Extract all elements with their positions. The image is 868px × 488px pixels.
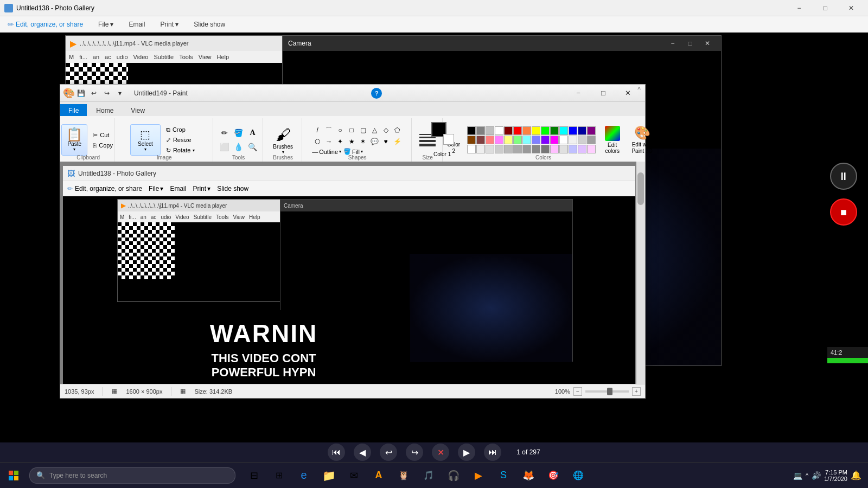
swatch-8[interactable] bbox=[541, 126, 550, 135]
taskbar-vlc[interactable]: ▶ bbox=[467, 464, 490, 487]
pg-delete-button[interactable]: ✕ bbox=[432, 444, 449, 461]
swatch-26[interactable] bbox=[578, 136, 586, 144]
swatch-10[interactable] bbox=[559, 126, 568, 135]
paint-canvas-area[interactable]: 🖼 Untitled138 - Photo Gallery ✏ Edit, or… bbox=[60, 162, 645, 398]
vlc-menu-view[interactable]: View bbox=[199, 54, 212, 60]
colorpicker-tool[interactable]: 💧 bbox=[232, 140, 245, 153]
taskbar-amazon[interactable]: A bbox=[367, 464, 391, 487]
swatch-36[interactable] bbox=[541, 145, 550, 153]
taskbar-explorer[interactable]: 📁 bbox=[317, 464, 341, 487]
fill-tool[interactable]: 🪣 bbox=[232, 126, 245, 139]
lightning-shape[interactable]: ⚡ bbox=[392, 136, 403, 147]
pentagon-shape[interactable]: ⬠ bbox=[392, 125, 403, 136]
inner-vlc-an[interactable]: an bbox=[141, 214, 146, 220]
camera-bg-minimize[interactable]: − bbox=[665, 36, 681, 51]
outline-arrow[interactable]: ▾ bbox=[339, 149, 341, 154]
hexagon-shape[interactable]: ⬡ bbox=[312, 136, 323, 147]
vlc-menu-video[interactable]: Video bbox=[133, 54, 149, 60]
taskbar-mail[interactable]: ✉ bbox=[342, 464, 366, 487]
line-shape[interactable]: / bbox=[312, 125, 323, 136]
swatch-37[interactable] bbox=[550, 145, 559, 153]
color2-box[interactable] bbox=[443, 134, 454, 145]
paste-arrow[interactable]: ▾ bbox=[73, 147, 75, 152]
tab-file[interactable]: File bbox=[60, 104, 87, 116]
swatch-24[interactable] bbox=[559, 136, 568, 144]
rotate-button[interactable]: ↻ Rotate ▾ bbox=[163, 146, 198, 155]
bg-menu-file[interactable]: File ▾ bbox=[95, 18, 117, 30]
bg-menu-print[interactable]: Print ▾ bbox=[157, 18, 182, 30]
swatch-3[interactable] bbox=[495, 126, 503, 135]
swatch-19[interactable] bbox=[513, 136, 522, 144]
pg-rotate-left-button[interactable]: ↩ bbox=[380, 444, 397, 461]
swatch-27[interactable] bbox=[587, 136, 596, 144]
rect-shape[interactable]: □ bbox=[346, 125, 357, 136]
bg-menu-email[interactable]: Email bbox=[125, 18, 148, 30]
start-button[interactable] bbox=[0, 463, 27, 489]
heart-shape[interactable]: ♥ bbox=[380, 136, 391, 147]
pg-prev-button[interactable]: ◀ bbox=[354, 444, 371, 461]
outline-button[interactable]: — Outline ▾ bbox=[312, 148, 341, 155]
taskbar-firefox[interactable]: 🦊 bbox=[516, 464, 540, 487]
bg-close-button[interactable]: ✕ bbox=[839, 0, 864, 16]
swatch-13[interactable] bbox=[587, 126, 596, 135]
inner-vlc-view[interactable]: View bbox=[233, 214, 245, 220]
inner-vlc-help[interactable]: Help bbox=[249, 214, 260, 220]
taskbar-clock[interactable]: 7:15 PM 1/7/2020 bbox=[824, 469, 847, 482]
pg-last-button[interactable]: ⏭ bbox=[484, 444, 501, 461]
triangle-shape[interactable]: △ bbox=[369, 125, 380, 136]
taskbar-extra2[interactable]: 🌐 bbox=[566, 464, 590, 487]
camera-bg-close[interactable]: ✕ bbox=[699, 36, 716, 51]
vlc-menu-subtitle[interactable]: Subtitle bbox=[154, 54, 174, 60]
swatch-34[interactable] bbox=[522, 145, 531, 153]
select-arrow[interactable]: ▾ bbox=[144, 147, 146, 152]
swatch-5[interactable] bbox=[513, 126, 522, 135]
swatch-4[interactable] bbox=[504, 126, 513, 135]
star6-shape[interactable]: ✶ bbox=[358, 136, 368, 147]
paint-save-qab[interactable]: 💾 bbox=[75, 88, 86, 99]
magnifier-tool[interactable]: 🔍 bbox=[246, 140, 259, 153]
ribbon-collapse-chevron[interactable]: ^ bbox=[637, 86, 641, 93]
paint-redo-qab[interactable]: ↪ bbox=[101, 88, 112, 99]
star4-shape[interactable]: ✦ bbox=[335, 136, 346, 147]
select-button[interactable]: ⬚ Select ▾ bbox=[130, 124, 161, 156]
fill-arrow[interactable]: ▾ bbox=[361, 149, 363, 154]
inner-pg-menu-file[interactable]: File ▾ bbox=[149, 185, 163, 192]
vlc-menu-udio[interactable]: udio bbox=[117, 54, 128, 60]
zoom-slider[interactable] bbox=[585, 390, 629, 393]
edit-paint3d-button[interactable]: 🎨 Edit with Paint 3D bbox=[629, 124, 655, 156]
swatch-28[interactable] bbox=[467, 145, 476, 153]
vlc-menu-tools[interactable]: Tools bbox=[179, 54, 193, 60]
swatch-30[interactable] bbox=[486, 145, 494, 153]
diamond-shape[interactable]: ◇ bbox=[380, 125, 391, 136]
star5-shape[interactable]: ★ bbox=[346, 136, 357, 147]
vlc-menu-an[interactable]: an bbox=[93, 54, 99, 60]
vlc-menu-ac[interactable]: ac bbox=[105, 54, 111, 60]
paint-vertical-scrollbar[interactable] bbox=[636, 162, 645, 387]
swatch-9[interactable] bbox=[550, 126, 559, 135]
paint-close-button[interactable]: ✕ bbox=[616, 85, 641, 102]
paint-minimize-button[interactable]: − bbox=[566, 85, 591, 102]
swatch-18[interactable] bbox=[504, 136, 513, 144]
paint-help-button[interactable]: ? bbox=[371, 88, 382, 99]
taskbar-search-box[interactable]: 🔍 Type here to search bbox=[29, 467, 235, 484]
pg-first-button[interactable]: ⏮ bbox=[328, 444, 345, 461]
taskbar-skype[interactable]: S bbox=[492, 464, 515, 487]
paint-qab-more[interactable]: ▾ bbox=[114, 88, 125, 99]
swatch-33[interactable] bbox=[513, 145, 522, 153]
tab-view[interactable]: View bbox=[123, 104, 153, 116]
swatch-40[interactable] bbox=[578, 145, 586, 153]
paint-undo-qab[interactable]: ↩ bbox=[88, 88, 99, 99]
bg-menu-edit[interactable]: ✏ Edit, organize, or share bbox=[4, 18, 86, 31]
swatch-20[interactable] bbox=[522, 136, 531, 144]
taskbar-desktop-btn[interactable]: 💻 bbox=[793, 471, 802, 480]
swatch-39[interactable] bbox=[569, 145, 577, 153]
vlc-menu-m[interactable]: M bbox=[69, 54, 74, 60]
taskbar-edge[interactable]: e bbox=[292, 464, 316, 487]
inner-vlc-video[interactable]: Video bbox=[175, 214, 189, 220]
pencil-tool[interactable]: ✏ bbox=[218, 126, 231, 139]
rotate-arrow[interactable]: ▾ bbox=[193, 148, 195, 153]
bg-minimize-button[interactable]: − bbox=[787, 0, 812, 16]
swatch-12[interactable] bbox=[578, 126, 586, 135]
inner-pg-menu-edit[interactable]: ✏ Edit, organize, or share bbox=[67, 185, 142, 192]
taskbar-winamp[interactable]: 🎧 bbox=[442, 464, 465, 487]
